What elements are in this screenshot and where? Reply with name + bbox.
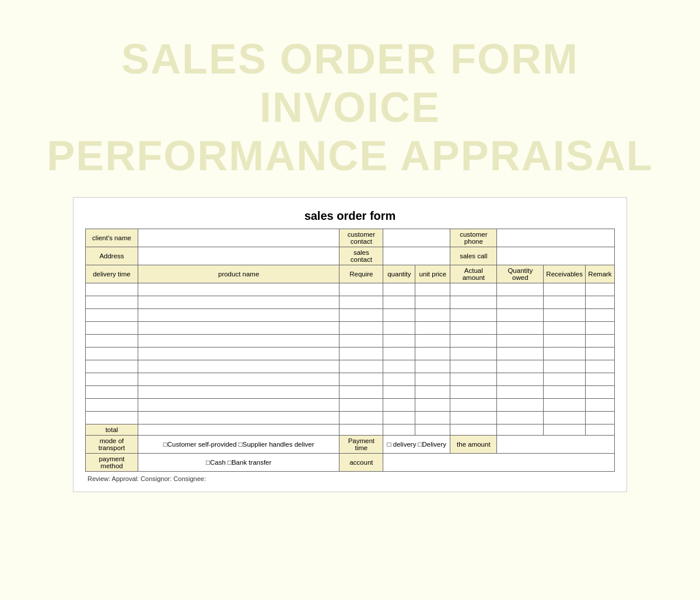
total-value[interactable]: [138, 424, 340, 436]
table-row: [86, 399, 615, 412]
table-row-header1: client's name customer contact customer …: [86, 229, 615, 247]
payment-time-label: Payment time: [340, 436, 383, 454]
address-label: Address: [86, 247, 138, 265]
transport-row: mode of transport □Customer self-provide…: [86, 436, 615, 454]
require-col-header: Require: [340, 265, 383, 283]
payment-method-options[interactable]: □Cash □Bank transfer: [138, 454, 340, 472]
table-column-headers: delivery time product name Require quant…: [86, 265, 615, 283]
amount-value[interactable]: [497, 436, 615, 454]
unit-price-col-header: unit price: [415, 265, 450, 283]
form-title: sales order form: [85, 209, 615, 223]
watermark-line1: SALES ORDER FORM INVOICE: [47, 35, 653, 132]
table-row: [86, 309, 615, 322]
product-name-col-header: product name: [138, 265, 340, 283]
sales-contact-value[interactable]: [383, 247, 450, 265]
customer-phone-label: customer phone: [450, 229, 497, 247]
address-value[interactable]: [138, 247, 340, 265]
clients-name-label: client's name: [86, 229, 138, 247]
account-value[interactable]: [383, 454, 615, 472]
mode-of-transport-label: mode of transport: [86, 436, 138, 454]
watermark-heading: SALES ORDER FORM INVOICE PERFORMANCE APP…: [0, 0, 700, 191]
clients-name-value[interactable]: [138, 229, 340, 247]
total-row: total: [86, 424, 615, 436]
table-row: [86, 386, 615, 399]
sales-order-table: client's name customer contact customer …: [85, 229, 615, 472]
account-label: account: [340, 454, 383, 472]
delivery-time-col-header: delivery time: [86, 265, 138, 283]
the-amount-label: the amount: [450, 436, 497, 454]
sales-contact-label: sales contact: [340, 247, 383, 265]
table-row: [86, 360, 615, 373]
actual-amount-col-header: Actual amount: [450, 265, 497, 283]
table-row: [86, 348, 615, 360]
quantity-owed-col-header: Quantity owed: [497, 265, 544, 283]
total-label: total: [86, 424, 138, 436]
receivables-col-header: Receivables: [544, 265, 586, 283]
quantity-col-header: quantity: [383, 265, 415, 283]
form-container: sales order form client's name customer …: [73, 197, 627, 492]
sales-call-value[interactable]: [497, 247, 615, 265]
customer-contact-value[interactable]: [383, 229, 450, 247]
payment-method-label: payment method: [86, 454, 138, 472]
remark-col-header: Remark: [586, 265, 615, 283]
table-row: [86, 335, 615, 348]
transport-options[interactable]: □Customer self-provided □Supplier handle…: [138, 436, 340, 454]
table-row: [86, 322, 615, 335]
customer-phone-value[interactable]: [497, 229, 615, 247]
customer-contact-label: customer contact: [340, 229, 383, 247]
table-row: [86, 283, 615, 296]
sales-call-label: sales call: [450, 247, 497, 265]
table-row: [86, 296, 615, 309]
payment-time-options[interactable]: □ delivery □Delivery: [383, 436, 450, 454]
table-row-header2: Address sales contact sales call: [86, 247, 615, 265]
payment-method-row: payment method □Cash □Bank transfer acco…: [86, 454, 615, 472]
watermark-line2: PERFORMANCE APPRAISAL: [47, 132, 653, 180]
review-note: Review: Approval: Consignor: Consignee:: [85, 475, 615, 482]
table-row: [86, 412, 615, 424]
table-row: [86, 373, 615, 386]
